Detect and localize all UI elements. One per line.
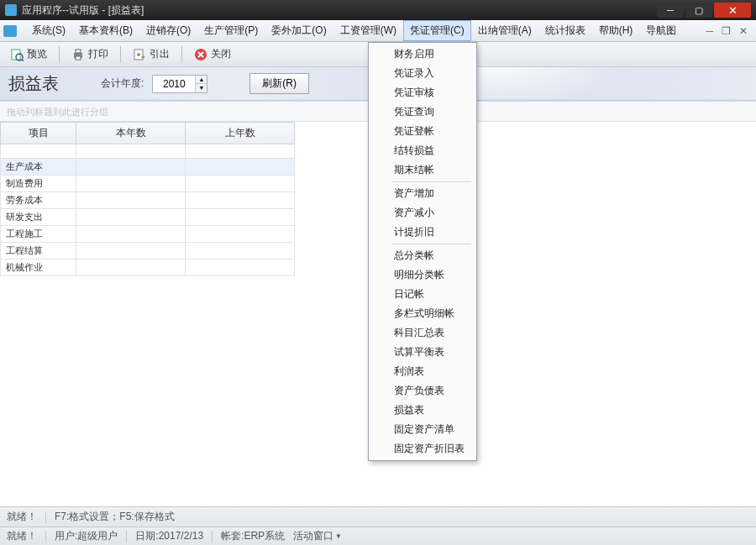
mdi-restore-button[interactable]: ❐ <box>722 25 731 37</box>
table-cell[interactable] <box>76 226 186 243</box>
column-header[interactable]: 本年数 <box>76 123 186 144</box>
print-icon <box>71 48 85 61</box>
toolbar-separator <box>120 46 121 63</box>
table-cell[interactable] <box>186 159 295 176</box>
menu-dropdown-item[interactable]: 固定资产清单 <box>370 420 475 439</box>
table-cell[interactable] <box>186 209 295 226</box>
table-cell[interactable] <box>76 243 186 259</box>
menu-dropdown-item[interactable]: 明细分类帐 <box>370 265 475 285</box>
menu-dropdown-item[interactable]: 科目汇总表 <box>370 323 475 343</box>
year-label: 会计年度: <box>101 76 144 91</box>
column-header[interactable]: 项目 <box>1 123 76 144</box>
status-ready: 就绪！ <box>7 510 37 524</box>
export-label: 引出 <box>150 47 170 61</box>
table-cell[interactable]: 研发支出 <box>1 209 76 226</box>
menu-dropdown-item[interactable]: 试算平衡表 <box>370 343 475 362</box>
menu-item[interactable]: 基本资料(B) <box>72 20 139 41</box>
table-cell[interactable]: 工程结算 <box>1 243 76 259</box>
app-menu-icon[interactable] <box>3 25 17 37</box>
data-grid[interactable]: 项目本年数上年数 生产成本 制造费用 劳务成本 研发支出 工程施工 工程结算 机… <box>0 122 295 276</box>
status-ready: 就绪！ <box>7 529 37 543</box>
window-close-button[interactable]: ✕ <box>714 3 751 18</box>
menu-item[interactable]: 帮助(H) <box>592 20 640 41</box>
menu-dropdown-item[interactable]: 计提折旧 <box>370 223 475 242</box>
window-title: 应用程序--试用版 - [损益表] <box>22 3 144 18</box>
preview-button[interactable]: 预览 <box>5 45 52 64</box>
menu-dropdown-item[interactable]: 财务启用 <box>370 45 475 64</box>
refresh-button[interactable]: 刷新(R) <box>249 73 309 94</box>
table-cell[interactable]: 机械作业 <box>1 259 76 276</box>
menu-item[interactable]: 凭证管理(C) <box>403 20 471 41</box>
menu-dropdown-item[interactable]: 日记帐 <box>370 285 475 304</box>
table-row[interactable]: 研发支出 <box>1 209 295 226</box>
status-date: 日期:2017/2/13 <box>135 529 203 543</box>
export-button[interactable]: 引出 <box>128 45 175 64</box>
year-spinner[interactable]: ▲ ▼ <box>152 75 207 93</box>
table-cell[interactable] <box>76 159 186 176</box>
menu-dropdown-item[interactable]: 损益表 <box>370 401 475 420</box>
menu-item[interactable]: 出纳管理(A) <box>471 20 538 41</box>
table-row[interactable]: 劳务成本 <box>1 192 295 209</box>
menu-dropdown-item[interactable]: 凭证审核 <box>370 83 475 102</box>
table-row[interactable]: 工程结算 <box>1 243 295 259</box>
print-button[interactable]: 打印 <box>66 45 113 64</box>
menu-dropdown-item[interactable]: 凭证录入 <box>370 64 475 83</box>
table-row[interactable]: 工程施工 <box>1 226 295 243</box>
menu-item[interactable]: 生产管理(P) <box>197 20 265 41</box>
table-row[interactable]: 制造费用 <box>1 176 295 192</box>
table-cell[interactable] <box>76 176 186 192</box>
menu-item[interactable]: 统计报表 <box>538 20 592 41</box>
close-label: 关闭 <box>211 47 231 61</box>
menu-dropdown-item[interactable]: 凭证查询 <box>370 102 475 122</box>
table-cell[interactable] <box>186 243 295 259</box>
table-cell[interactable] <box>76 209 186 226</box>
menu-dropdown-item[interactable]: 利润表 <box>370 362 475 381</box>
active-window-selector[interactable]: 活动窗口 ▼ <box>293 529 342 543</box>
table-row[interactable]: 机械作业 <box>1 259 295 276</box>
status-separator <box>126 531 127 542</box>
menu-dropdown-item[interactable]: 期末结帐 <box>370 160 475 180</box>
svg-rect-4 <box>76 50 81 53</box>
table-row[interactable]: 生产成本 <box>1 159 295 176</box>
menu-item[interactable]: 导航图 <box>639 20 683 41</box>
page-title: 损益表 <box>8 72 59 95</box>
menu-item[interactable]: 系统(S) <box>25 20 72 41</box>
year-input[interactable] <box>153 76 195 92</box>
menu-dropdown-item[interactable]: 资产负债表 <box>370 381 475 401</box>
table-cell[interactable]: 劳务成本 <box>1 192 76 209</box>
menu-item[interactable]: 工资管理(W) <box>333 20 403 41</box>
menu-dropdown-item[interactable]: 凭证登帐 <box>370 122 475 141</box>
menubar: 系统(S)基本资料(B)进销存(O)生产管理(P)委外加工(O)工资管理(W)凭… <box>0 20 756 42</box>
table-row[interactable] <box>1 144 295 159</box>
menu-item[interactable]: 进销存(O) <box>139 20 197 41</box>
table-cell[interactable] <box>186 176 295 192</box>
table-cell[interactable] <box>186 259 295 276</box>
column-header[interactable]: 上年数 <box>186 123 295 144</box>
menu-dropdown-item[interactable]: 资产增加 <box>370 184 475 203</box>
preview-icon <box>10 48 24 61</box>
table-cell[interactable] <box>76 192 186 209</box>
table-cell[interactable]: 工程施工 <box>1 226 76 243</box>
mdi-close-button[interactable]: ✕ <box>739 25 748 37</box>
status-hint: F7:格式设置；F5:保存格式 <box>55 510 175 524</box>
table-cell[interactable]: 制造费用 <box>1 176 76 192</box>
menu-dropdown-item[interactable]: 固定资产折旧表 <box>370 439 475 459</box>
menu-item[interactable]: 委外加工(O) <box>265 20 333 41</box>
table-cell[interactable] <box>186 192 295 209</box>
voucher-menu-dropdown[interactable]: 财务启用凭证录入凭证审核凭证查询凭证登帐结转损益期末结帐资产增加资产减小计提折旧… <box>368 42 477 461</box>
menu-dropdown-item[interactable]: 总分类帐 <box>370 246 475 265</box>
menu-dropdown-item[interactable]: 资产减小 <box>370 203 475 223</box>
menu-dropdown-item[interactable]: 结转损益 <box>370 141 475 160</box>
toolbar-separator <box>59 46 60 63</box>
menu-dropdown-item[interactable]: 多栏式明细帐 <box>370 304 475 323</box>
window-minimize-button[interactable]: ─ <box>657 3 684 18</box>
table-cell[interactable] <box>186 226 295 243</box>
year-spin-down[interactable]: ▼ <box>195 84 207 92</box>
table-cell[interactable] <box>76 259 186 276</box>
mdi-minimize-button[interactable]: ─ <box>706 25 713 37</box>
close-doc-button[interactable]: 关闭 <box>189 45 236 64</box>
status-separator <box>45 531 46 542</box>
year-spin-up[interactable]: ▲ <box>195 76 207 84</box>
window-maximize-button[interactable]: ▢ <box>685 3 712 18</box>
table-cell[interactable]: 生产成本 <box>1 159 76 176</box>
